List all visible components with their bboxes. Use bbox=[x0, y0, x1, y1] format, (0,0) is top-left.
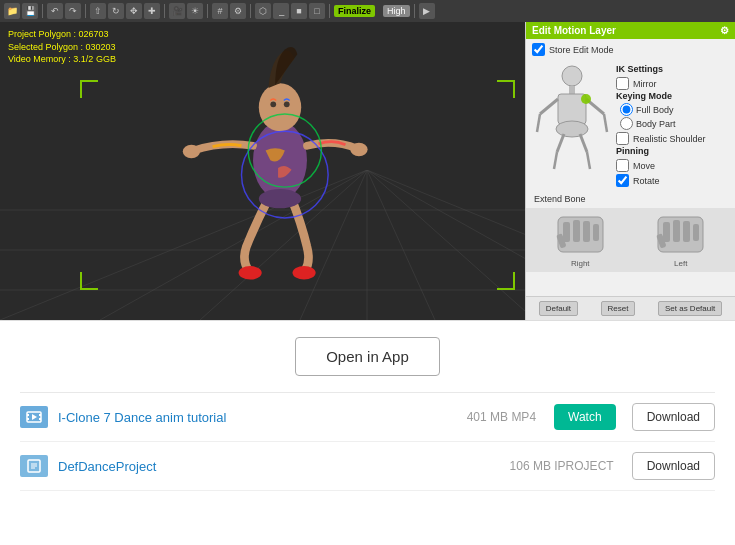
sep3 bbox=[164, 4, 165, 18]
finalize-btn[interactable]: Finalize bbox=[334, 5, 375, 17]
svg-rect-40 bbox=[593, 224, 599, 241]
svg-rect-50 bbox=[27, 418, 29, 420]
high-btn[interactable]: High bbox=[383, 5, 410, 17]
svg-rect-38 bbox=[573, 220, 580, 242]
svg-rect-52 bbox=[39, 418, 41, 420]
morph-icon[interactable]: ■ bbox=[291, 3, 307, 19]
download-button-2[interactable]: Download bbox=[632, 452, 715, 480]
panel-gear-icon[interactable]: ⚙ bbox=[720, 25, 729, 36]
svg-rect-39 bbox=[583, 221, 590, 242]
store-edit-checkbox[interactable] bbox=[532, 43, 545, 56]
panel-title-bar: Edit Motion Layer ⚙ bbox=[526, 22, 735, 39]
svg-rect-45 bbox=[683, 221, 690, 242]
svg-rect-44 bbox=[673, 220, 680, 242]
svg-rect-46 bbox=[693, 224, 699, 241]
move-checkbox[interactable] bbox=[616, 159, 629, 172]
select-icon[interactable]: ⬡ bbox=[255, 3, 271, 19]
character-svg bbox=[130, 35, 430, 295]
panel-content-area: IK Settings Mirror Keying Mode Full Body… bbox=[526, 60, 735, 192]
realistic-shoulder-label: Realistic Shoulder bbox=[633, 134, 706, 144]
rotate-icon[interactable]: ↻ bbox=[108, 3, 124, 19]
file-list: I-Clone 7 Dance anim tutorial 401 MB MP4… bbox=[20, 392, 715, 491]
redo-icon[interactable]: ↷ bbox=[65, 3, 81, 19]
sep2 bbox=[85, 4, 86, 18]
corner-bracket-br bbox=[497, 272, 515, 290]
svg-line-29 bbox=[604, 114, 607, 132]
sep6 bbox=[329, 4, 330, 18]
undo-icon[interactable]: ↶ bbox=[47, 3, 63, 19]
download-button-1[interactable]: Download bbox=[632, 403, 715, 431]
file-icon-archive bbox=[20, 455, 48, 477]
corner-bracket-tr bbox=[497, 80, 515, 98]
full-body-radio[interactable] bbox=[620, 103, 633, 116]
keying-mode-title: Keying Mode bbox=[616, 91, 729, 101]
camera-icon[interactable]: 🎥 bbox=[169, 3, 185, 19]
full-body-row: Full Body bbox=[616, 103, 729, 116]
svg-line-26 bbox=[540, 99, 558, 114]
right-hand-label: Right bbox=[532, 259, 629, 268]
save-icon[interactable]: 💾 bbox=[22, 3, 38, 19]
cursor-icon[interactable]: ⇧ bbox=[90, 3, 106, 19]
mirror-label: Mirror bbox=[633, 79, 657, 89]
viewport-area: 📁 💾 ↶ ↷ ⇧ ↻ ✥ ✚ 🎥 ☀ # ⚙ ⬡ ⎯ ■ □ Finalize… bbox=[0, 0, 735, 320]
svg-point-14 bbox=[270, 101, 276, 107]
light-icon[interactable]: ☀ bbox=[187, 3, 203, 19]
reset-btn[interactable]: Reset bbox=[601, 301, 636, 316]
svg-line-33 bbox=[554, 152, 557, 169]
svg-point-30 bbox=[581, 94, 591, 104]
scale-icon[interactable]: ✥ bbox=[126, 3, 142, 19]
svg-line-27 bbox=[537, 114, 540, 132]
right-hand-svg bbox=[553, 212, 608, 257]
full-body-label: Full Body bbox=[636, 105, 674, 115]
snap-icon[interactable]: ⚙ bbox=[230, 3, 246, 19]
panel-right-controls: IK Settings Mirror Keying Mode Full Body… bbox=[616, 64, 729, 188]
svg-point-19 bbox=[293, 266, 316, 279]
file-row-2: DefDanceProject 106 MB IPROJECT Download bbox=[20, 442, 715, 491]
svg-point-18 bbox=[239, 266, 262, 279]
play-icon[interactable]: ▶ bbox=[419, 3, 435, 19]
realistic-shoulder-row: Realistic Shoulder bbox=[616, 131, 729, 146]
file-row-1: I-Clone 7 Dance anim tutorial 401 MB MP4… bbox=[20, 393, 715, 442]
svg-point-17 bbox=[350, 143, 367, 156]
rotate-checkbox[interactable] bbox=[616, 174, 629, 187]
rotate-label: Rotate bbox=[633, 176, 660, 186]
skeleton-figure bbox=[532, 64, 612, 174]
folder-icon[interactable]: 📁 bbox=[4, 3, 20, 19]
film-icon bbox=[26, 409, 42, 425]
character-area bbox=[70, 30, 490, 300]
sep7 bbox=[414, 4, 415, 18]
file-name-1[interactable]: I-Clone 7 Dance anim tutorial bbox=[58, 410, 457, 425]
cloth-icon[interactable]: □ bbox=[309, 3, 325, 19]
move-row: Move bbox=[616, 158, 729, 173]
store-edit-row: Store Edit Mode bbox=[526, 39, 735, 60]
mirror-row: Mirror bbox=[616, 76, 729, 91]
left-hand-svg bbox=[653, 212, 708, 257]
sep4 bbox=[207, 4, 208, 18]
extend-bone-label: Extend Bone bbox=[526, 192, 735, 206]
main-container: 📁 💾 ↶ ↷ ⇧ ↻ ✥ ✚ 🎥 ☀ # ⚙ ⬡ ⎯ ■ □ Finalize… bbox=[0, 0, 735, 545]
rotate-row: Rotate bbox=[616, 173, 729, 188]
sep5 bbox=[250, 4, 251, 18]
svg-line-32 bbox=[557, 134, 564, 152]
svg-point-16 bbox=[183, 145, 200, 158]
file-name-2[interactable]: DefDanceProject bbox=[58, 459, 500, 474]
file-size-2: 106 MB IPROJECT bbox=[510, 459, 614, 473]
default-btn[interactable]: Default bbox=[539, 301, 578, 316]
move-icon[interactable]: ✚ bbox=[144, 3, 160, 19]
bottom-area: Open in App I-Clone 7 Dance anim tutoria… bbox=[0, 320, 735, 545]
body-part-row: Body Part bbox=[616, 117, 729, 130]
body-part-radio[interactable] bbox=[620, 117, 633, 130]
svg-marker-53 bbox=[32, 414, 37, 420]
svg-point-13 bbox=[259, 83, 301, 131]
set-as-default-btn[interactable]: Set as Default bbox=[658, 301, 722, 316]
grid-icon[interactable]: # bbox=[212, 3, 228, 19]
left-hand-label: Left bbox=[633, 259, 730, 268]
mirror-checkbox[interactable] bbox=[616, 77, 629, 90]
svg-point-15 bbox=[284, 101, 290, 107]
open-in-app-button[interactable]: Open in App bbox=[295, 337, 440, 376]
watch-button-1[interactable]: Watch bbox=[554, 404, 616, 430]
right-panel: Edit Motion Layer ⚙ Store Edit Mode bbox=[525, 22, 735, 320]
realistic-shoulder-checkbox[interactable] bbox=[616, 132, 629, 145]
panel-title: Edit Motion Layer bbox=[532, 25, 616, 36]
bone-icon[interactable]: ⎯ bbox=[273, 3, 289, 19]
